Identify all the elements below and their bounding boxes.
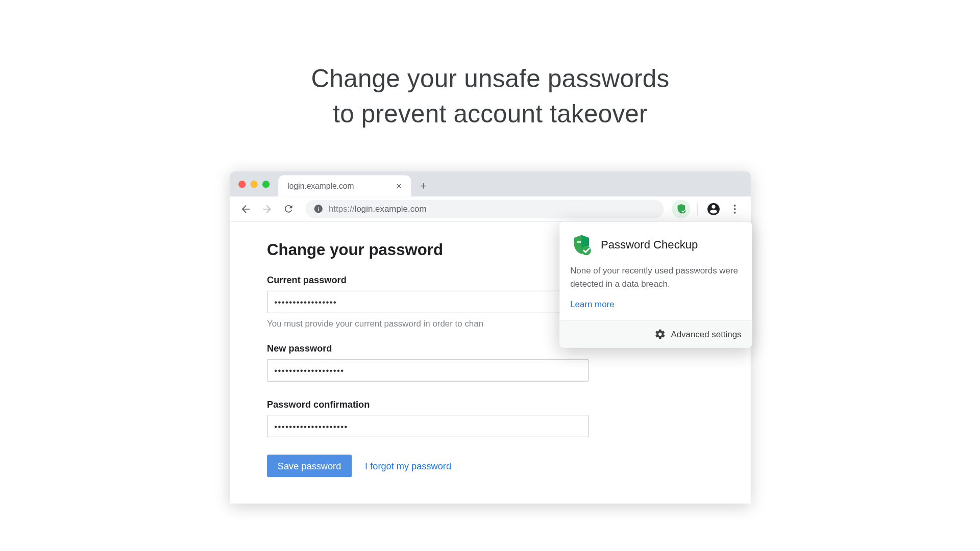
browser-tab[interactable]: login.example.com ×	[278, 176, 411, 197]
toolbar-separator	[697, 203, 697, 216]
arrow-right-icon	[261, 203, 273, 215]
browser-toolbar: https://login.example.com	[230, 197, 751, 222]
maximize-window-button[interactable]	[262, 181, 269, 188]
popup-header: ** Password Checkup	[559, 222, 752, 264]
password-checkup-extension-button[interactable]	[672, 200, 690, 218]
reload-icon	[282, 204, 293, 215]
plus-icon	[419, 182, 428, 191]
site-info-icon[interactable]	[313, 204, 324, 214]
reload-button[interactable]	[279, 200, 297, 218]
headline-line2: to prevent account takeover	[333, 100, 648, 128]
current-password-input[interactable]	[267, 291, 589, 313]
svg-point-3	[733, 212, 736, 214]
shield-check-icon: **	[570, 234, 593, 256]
forward-button[interactable]	[257, 200, 276, 218]
window-controls	[238, 181, 270, 188]
new-password-input[interactable]	[267, 359, 589, 382]
form-actions: Save password I forgot my password	[267, 455, 714, 477]
new-tab-button[interactable]	[414, 178, 432, 195]
svg-point-2	[733, 208, 736, 210]
shield-check-icon	[675, 204, 687, 215]
tab-strip: login.example.com ×	[230, 171, 751, 196]
back-button[interactable]	[236, 200, 255, 218]
confirm-password-group: Password confirmation	[267, 399, 714, 443]
more-vertical-icon	[728, 203, 740, 215]
popup-message: None of your recently used passwords wer…	[559, 264, 752, 299]
address-bar[interactable]: https://login.example.com	[305, 200, 664, 218]
advanced-settings-button[interactable]: Advanced settings	[559, 320, 752, 348]
confirm-password-input[interactable]	[267, 415, 589, 437]
password-checkup-popup: ** Password Checkup None of your recentl…	[559, 222, 752, 348]
gear-icon	[654, 329, 665, 340]
arrow-left-icon	[239, 203, 251, 215]
browser-window: login.example.com × https://login.exampl…	[230, 171, 751, 504]
learn-more-link[interactable]: Learn more	[559, 299, 752, 320]
new-password-group: New password	[267, 343, 714, 387]
save-password-button[interactable]: Save password	[267, 455, 352, 477]
close-window-button[interactable]	[238, 181, 246, 188]
account-circle-icon	[706, 202, 721, 216]
close-tab-icon[interactable]: ×	[394, 181, 404, 191]
profile-button[interactable]	[704, 200, 722, 218]
url-text: https://login.example.com	[328, 204, 426, 214]
minimize-window-button[interactable]	[250, 181, 257, 188]
forgot-password-link[interactable]: I forgot my password	[365, 461, 451, 471]
popup-title: Password Checkup	[600, 239, 697, 252]
marketing-headline: Change your unsafe passwords to prevent …	[311, 61, 669, 132]
chrome-menu-button[interactable]	[725, 200, 744, 218]
advanced-settings-label: Advanced settings	[671, 330, 741, 340]
confirm-password-label: Password confirmation	[267, 399, 714, 410]
tab-title: login.example.com	[287, 182, 354, 191]
current-password-help: You must provide your current password i…	[267, 319, 493, 329]
svg-point-1	[733, 205, 736, 207]
svg-text:**: **	[577, 240, 581, 246]
headline-line1: Change your unsafe passwords	[311, 65, 669, 93]
